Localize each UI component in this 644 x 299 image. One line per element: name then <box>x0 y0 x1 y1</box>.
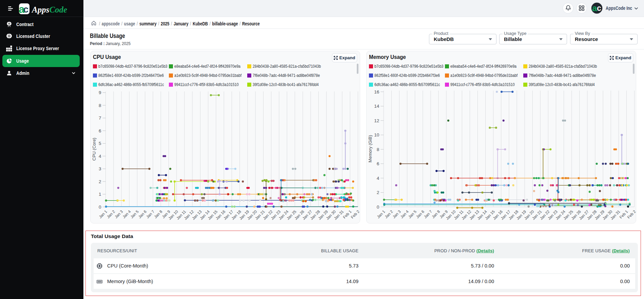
svg-text:9: 9 <box>99 90 101 95</box>
svg-text:6: 6 <box>377 161 379 166</box>
svg-text:8: 8 <box>377 147 379 152</box>
svg-text:CPU (Core): CPU (Core) <box>92 138 97 161</box>
svg-text:Jan 5: Jan 5 <box>407 209 417 219</box>
svg-text:0: 0 <box>99 205 101 210</box>
svg-text:c: c <box>597 4 601 13</box>
svg-text:Jan 4: Jan 4 <box>399 209 410 219</box>
svg-text:Jan 1: Jan 1 <box>98 209 108 219</box>
svg-text:1: 1 <box>99 192 101 197</box>
svg-text:4: 4 <box>99 154 101 159</box>
svg-text:Jan 7: Jan 7 <box>423 209 433 219</box>
svg-text:Jan 5: Jan 5 <box>130 209 139 219</box>
svg-text:Memory (GiB): Memory (GiB) <box>368 135 373 163</box>
svg-text:Jan 2: Jan 2 <box>384 209 394 219</box>
svg-text:12: 12 <box>374 118 379 123</box>
svg-text:Jan 8: Jan 8 <box>153 209 163 219</box>
svg-text:Feb 1: Feb 1 <box>619 209 629 219</box>
svg-text:5: 5 <box>99 141 101 146</box>
svg-text:6: 6 <box>99 128 101 133</box>
svg-text:10: 10 <box>374 132 379 137</box>
svg-text:a: a <box>19 3 25 15</box>
svg-text:8: 8 <box>99 103 101 108</box>
svg-text:16: 16 <box>374 89 379 94</box>
svg-text:Jan 2: Jan 2 <box>106 209 116 219</box>
svg-text:Jan 6: Jan 6 <box>137 209 147 219</box>
svg-text:Feb 2: Feb 2 <box>626 209 636 219</box>
svg-text:7: 7 <box>99 115 101 121</box>
svg-text:14: 14 <box>374 104 379 109</box>
svg-text:Feb 2: Feb 2 <box>350 209 360 219</box>
svg-text:Jan 6: Jan 6 <box>415 209 425 219</box>
svg-text:Jan 1: Jan 1 <box>376 209 386 219</box>
svg-text:Jan 3: Jan 3 <box>392 209 402 219</box>
svg-text:0: 0 <box>377 205 379 210</box>
svg-text:Jan 8: Jan 8 <box>431 209 441 219</box>
svg-text:2: 2 <box>377 190 379 195</box>
svg-text:a: a <box>592 3 597 13</box>
svg-text:Jan 7: Jan 7 <box>145 209 155 219</box>
svg-text:AppsCode: AppsCode <box>31 5 67 14</box>
svg-text:4: 4 <box>377 176 379 181</box>
svg-text:2: 2 <box>99 179 101 184</box>
svg-text:Feb 1: Feb 1 <box>342 209 352 219</box>
svg-text:Jan 4: Jan 4 <box>121 209 132 219</box>
svg-text:3: 3 <box>99 166 101 171</box>
svg-text:Jan 3: Jan 3 <box>114 209 123 219</box>
